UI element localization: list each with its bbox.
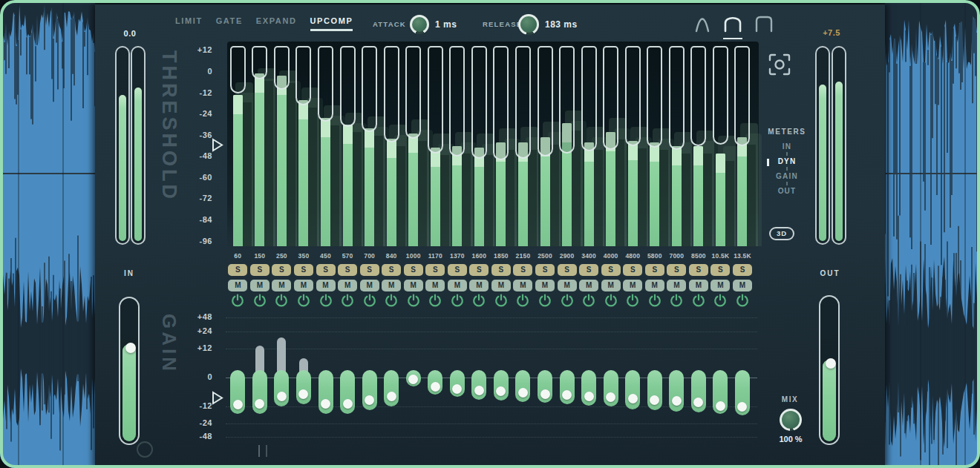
release-knob[interactable] [518, 14, 539, 35]
band-threshold-slider[interactable] [449, 46, 465, 156]
band-gain-handle[interactable] [387, 392, 396, 401]
focus-icon[interactable] [767, 52, 792, 80]
band-threshold-slider[interactable] [669, 46, 685, 150]
band-mute-button[interactable]: M [491, 280, 511, 291]
band-gain-handle[interactable] [584, 392, 594, 401]
band-solo-button[interactable]: S [316, 264, 336, 276]
band-mute-button[interactable]: M [689, 280, 708, 291]
band-power-icon[interactable] [297, 294, 310, 307]
band-mute-button[interactable]: M [272, 280, 291, 291]
band-power-icon[interactable] [472, 294, 486, 307]
3d-view-button[interactable]: 3D [769, 227, 794, 240]
band-threshold-slider[interactable] [252, 46, 267, 79]
tab-expand[interactable]: EXPAND [256, 16, 297, 29]
band-solo-button[interactable]: S [601, 264, 621, 276]
band-power-icon[interactable] [736, 294, 749, 307]
gain-pointer[interactable] [212, 391, 224, 405]
band-threshold-slider[interactable] [405, 46, 421, 139]
meters-option-in[interactable]: IN [762, 142, 811, 151]
meters-option-out[interactable]: OUT [762, 187, 811, 195]
band-power-icon[interactable] [428, 294, 442, 307]
input-gain-handle[interactable] [125, 343, 136, 353]
output-gain-handle[interactable] [826, 358, 836, 369]
band-threshold-slider[interactable] [713, 46, 728, 145]
band-gain-handle[interactable] [431, 382, 440, 392]
band-solo-button[interactable]: S [733, 264, 752, 276]
band-mute-button[interactable]: M [316, 280, 336, 291]
band-solo-button[interactable]: S [382, 264, 401, 276]
band-mute-button[interactable]: M [404, 280, 423, 291]
band-solo-button[interactable]: S [710, 264, 730, 276]
band-gain-handle[interactable] [365, 395, 374, 405]
band-threshold-slider[interactable] [538, 46, 553, 156]
band-threshold-slider[interactable] [493, 46, 509, 160]
band-gain-handle[interactable] [650, 395, 659, 405]
band-mute-button[interactable]: M [448, 280, 467, 291]
band-solo-button[interactable]: S [535, 264, 555, 276]
band-gain-handle[interactable] [321, 399, 330, 409]
band-solo-button[interactable]: S [558, 264, 577, 276]
band-threshold-slider[interactable] [690, 46, 706, 146]
band-power-icon[interactable] [604, 294, 618, 307]
band-solo-button[interactable]: S [667, 264, 686, 276]
tab-gate[interactable]: GATE [216, 16, 243, 29]
band-power-icon[interactable] [363, 294, 376, 307]
band-power-icon[interactable] [582, 294, 595, 307]
band-gain-handle[interactable] [716, 401, 725, 411]
band-solo-button[interactable]: S [294, 264, 313, 276]
band-power-icon[interactable] [516, 294, 529, 307]
band-threshold-slider[interactable] [230, 46, 246, 93]
band-threshold-slider[interactable] [647, 46, 662, 148]
band-solo-button[interactable]: S [360, 264, 379, 276]
band-solo-button[interactable]: S [579, 264, 598, 276]
band-power-icon[interactable] [253, 294, 267, 307]
band-threshold-slider[interactable] [295, 46, 311, 105]
band-threshold-slider[interactable] [471, 46, 487, 159]
band-solo-button[interactable]: S [491, 264, 511, 276]
band-power-icon[interactable] [231, 294, 244, 307]
band-solo-button[interactable]: S [425, 264, 445, 276]
band-mute-button[interactable]: M [294, 280, 313, 291]
band-power-icon[interactable] [713, 294, 727, 307]
round-bell-icon[interactable] [723, 13, 742, 39]
band-threshold-slider[interactable] [559, 46, 575, 154]
band-power-icon[interactable] [538, 294, 552, 307]
band-threshold-slider[interactable] [625, 46, 641, 146]
band-solo-button[interactable]: S [228, 264, 247, 276]
band-threshold-slider[interactable] [515, 46, 531, 159]
input-gain-slider[interactable] [119, 297, 140, 445]
tab-limit[interactable]: LIMIT [175, 16, 203, 29]
band-gain-handle[interactable] [255, 399, 264, 409]
band-mute-button[interactable]: M [338, 280, 357, 291]
band-gain-handle[interactable] [518, 388, 528, 398]
band-threshold-slider[interactable] [362, 46, 377, 132]
band-power-icon[interactable] [692, 294, 705, 307]
band-gain-handle[interactable] [298, 389, 308, 399]
band-threshold-slider[interactable] [274, 46, 290, 90]
band-mute-button[interactable]: M [425, 280, 445, 291]
band-gain-handle[interactable] [540, 389, 550, 399]
band-solo-button[interactable]: S [469, 264, 489, 276]
band-power-icon[interactable] [319, 294, 333, 307]
band-solo-button[interactable]: S [513, 264, 532, 276]
band-power-icon[interactable] [407, 294, 420, 307]
band-mute-button[interactable]: M [579, 280, 598, 291]
tab-upcomp[interactable]: UPCOMP [310, 16, 353, 31]
band-threshold-slider[interactable] [384, 46, 399, 142]
band-gain-handle[interactable] [233, 400, 243, 409]
output-gain-slider[interactable] [819, 295, 840, 445]
band-power-icon[interactable] [626, 294, 639, 307]
band-gain-handle[interactable] [277, 392, 287, 401]
band-power-icon[interactable] [648, 294, 662, 307]
band-gain-handle[interactable] [474, 386, 484, 395]
band-gain-handle[interactable] [672, 396, 682, 406]
attack-knob[interactable] [410, 15, 429, 34]
band-power-icon[interactable] [341, 294, 354, 307]
band-threshold-slider[interactable] [340, 46, 356, 127]
band-power-icon[interactable] [385, 294, 398, 307]
band-mute-button[interactable]: M [360, 280, 379, 291]
mix-knob[interactable] [780, 409, 802, 431]
band-gain-slider[interactable] [384, 370, 399, 406]
band-solo-button[interactable]: S [404, 264, 423, 276]
band-gain-handle[interactable] [343, 399, 353, 409]
